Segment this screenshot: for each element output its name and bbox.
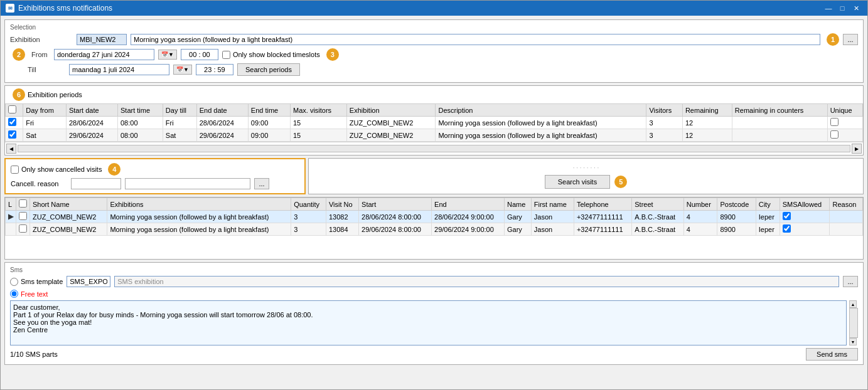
scroll-up-button[interactable]: ▲ bbox=[849, 300, 857, 308]
only-cancelled-label[interactable]: Only show cancelled visits bbox=[11, 166, 102, 174]
exhibition-browse-button[interactable]: ... bbox=[843, 34, 858, 45]
cancell-reason-browse-button[interactable]: ... bbox=[254, 178, 269, 189]
short-name-cell: ZUZ_COMBI_NEW2 bbox=[30, 211, 107, 223]
periods-table-container: Day from Start date Start time Day till … bbox=[5, 103, 863, 142]
scroll-down-button[interactable]: ▼ bbox=[849, 338, 857, 345]
sms-message-textarea[interactable]: Dear customer, Part 1 of your Relax day … bbox=[10, 300, 847, 345]
scroll-right-button[interactable]: ▶ bbox=[852, 144, 862, 154]
visit-no-cell: 13084 bbox=[326, 223, 358, 236]
sms-template-code-input[interactable] bbox=[67, 276, 110, 287]
till-date-input[interactable] bbox=[69, 64, 169, 75]
from-time-input[interactable] bbox=[181, 49, 218, 60]
send-sms-button[interactable]: Send sms bbox=[806, 348, 858, 361]
max-visitors-cell: 15 bbox=[290, 117, 346, 129]
periods-select-all[interactable] bbox=[8, 105, 16, 113]
row-check-cell[interactable] bbox=[6, 117, 23, 129]
postcode-cell: 8900 bbox=[717, 223, 756, 236]
row-checkbox[interactable] bbox=[19, 224, 27, 233]
start-date-cell: 28/06/2024 bbox=[66, 117, 117, 129]
telephone-cell: +32477111111 bbox=[574, 223, 631, 236]
free-text-label: Free text bbox=[21, 290, 48, 298]
dot-separator: · · · · · · · · bbox=[545, 164, 627, 171]
free-text-radio-label[interactable]: Free text bbox=[10, 290, 48, 298]
exhibition-row: Exhibition 1 ... bbox=[10, 33, 858, 46]
search-periods-button[interactable]: Search periods bbox=[237, 63, 300, 76]
sms-template-name-input[interactable] bbox=[114, 276, 839, 287]
visits-table-header: L Short Name Exhibitions Quantity Visit … bbox=[6, 198, 863, 211]
exhibition-cell: Morning yoga session (followed by a ligh… bbox=[107, 211, 291, 223]
start-cell: 29/06/2024 8:00:00 bbox=[359, 223, 432, 236]
only-blocked-checkbox-label[interactable]: Only show blocked timeslots bbox=[222, 51, 320, 59]
scroll-track[interactable] bbox=[18, 145, 850, 152]
sms-template-radio-label[interactable]: Sms template bbox=[10, 278, 63, 286]
exhibition-cell: ZUZ_COMBI_NEW2 bbox=[346, 117, 436, 129]
end-cell: 28/06/2024 9:00:00 bbox=[432, 211, 505, 223]
exhibition-code-input[interactable] bbox=[77, 34, 127, 45]
arrow-cell bbox=[6, 223, 16, 236]
sms-template-radio[interactable] bbox=[10, 278, 18, 286]
till-time-input[interactable] bbox=[196, 64, 233, 75]
search-visits-area: · · · · · · · · Search visits 5 bbox=[545, 164, 627, 189]
unique-checkbox[interactable] bbox=[830, 130, 839, 139]
close-button[interactable]: ✕ bbox=[850, 3, 862, 13]
col-quantity: Quantity bbox=[291, 198, 326, 211]
quantity-cell: 3 bbox=[291, 211, 326, 223]
short-name-cell: ZUZ_COMBI_NEW2 bbox=[30, 223, 107, 236]
minimize-button[interactable]: — bbox=[822, 3, 835, 13]
sms-template-browse-button[interactable]: ... bbox=[843, 276, 858, 287]
end-time-cell: 09:00 bbox=[248, 129, 290, 142]
cancell-reason-code-input[interactable] bbox=[71, 178, 121, 189]
row-check-cell[interactable] bbox=[16, 223, 30, 236]
col-city: City bbox=[756, 198, 780, 211]
free-text-radio[interactable] bbox=[10, 290, 18, 298]
cancell-reason-name-input[interactable] bbox=[125, 178, 250, 189]
visits-table-body: ▶ ZUZ_COMBI_NEW2 Morning yoga session (f… bbox=[6, 211, 863, 236]
exhibition-name-input[interactable] bbox=[131, 34, 820, 45]
max-visitors-cell: 15 bbox=[290, 129, 346, 142]
visits-select-all[interactable] bbox=[19, 199, 27, 208]
col-day-from: Day from bbox=[23, 104, 67, 117]
scroll-track-vertical[interactable] bbox=[849, 308, 858, 338]
col-description: Description bbox=[436, 104, 646, 117]
periods-table-header: Day from Start date Start time Day till … bbox=[6, 104, 863, 117]
sms-allowed-cell[interactable] bbox=[780, 211, 830, 223]
row-checkbox[interactable] bbox=[8, 118, 16, 126]
row-checkbox[interactable] bbox=[8, 130, 16, 139]
main-content: Selection Exhibition 1 ... 2 From 📅▼ bbox=[1, 16, 867, 389]
unique-checkbox[interactable] bbox=[830, 118, 839, 126]
unique-cell[interactable] bbox=[827, 117, 862, 129]
only-cancelled-checkbox[interactable] bbox=[11, 166, 19, 174]
cancelled-top-row: Only show cancelled visits 4 bbox=[11, 163, 299, 176]
sms-allowed-checkbox[interactable] bbox=[783, 224, 791, 233]
restore-button[interactable]: □ bbox=[836, 3, 849, 13]
only-blocked-checkbox[interactable] bbox=[222, 51, 230, 59]
col-start-date: Start date bbox=[66, 104, 117, 117]
only-cancelled-text: Only show cancelled visits bbox=[21, 166, 102, 173]
badge-6: 6 bbox=[13, 88, 25, 101]
sms-allowed-checkbox[interactable] bbox=[783, 212, 791, 220]
from-calendar-button[interactable]: 📅▼ bbox=[158, 50, 177, 60]
name-cell: Gary bbox=[504, 223, 531, 236]
search-visits-wrapper: · · · · · · · · Search visits 5 bbox=[308, 158, 864, 194]
periods-table-body: Fri 28/06/2024 08:00 Fri 28/06/2024 09:0… bbox=[6, 117, 863, 142]
row-check-cell[interactable] bbox=[6, 129, 23, 142]
exhibition-cell: Morning yoga session (followed by a ligh… bbox=[107, 223, 291, 236]
from-date-input[interactable] bbox=[54, 49, 154, 60]
row-checkbox[interactable] bbox=[19, 212, 27, 220]
row-check-cell[interactable] bbox=[16, 211, 30, 223]
badge-5: 5 bbox=[614, 176, 627, 188]
middle-area: Only show cancelled visits 4 Cancell. re… bbox=[4, 158, 864, 194]
start-cell: 28/06/2024 8:00:00 bbox=[359, 211, 432, 223]
col-number: Number bbox=[683, 198, 717, 211]
till-calendar-button[interactable]: 📅▼ bbox=[173, 65, 192, 75]
scroll-left-button[interactable]: ◀ bbox=[6, 144, 16, 154]
title-buttons: — □ ✕ bbox=[822, 3, 862, 13]
day-till-cell: Fri bbox=[163, 117, 196, 129]
search-visits-button[interactable]: Search visits bbox=[545, 175, 610, 189]
selection-section: Selection Exhibition 1 ... 2 From 📅▼ bbox=[4, 19, 864, 83]
cancell-reason-label: Cancell. reason bbox=[11, 180, 67, 187]
unique-cell[interactable] bbox=[827, 129, 862, 142]
only-blocked-label: Only show blocked timeslots bbox=[233, 51, 320, 58]
sms-allowed-cell[interactable] bbox=[780, 223, 830, 236]
city-cell: Ieper bbox=[756, 223, 780, 236]
